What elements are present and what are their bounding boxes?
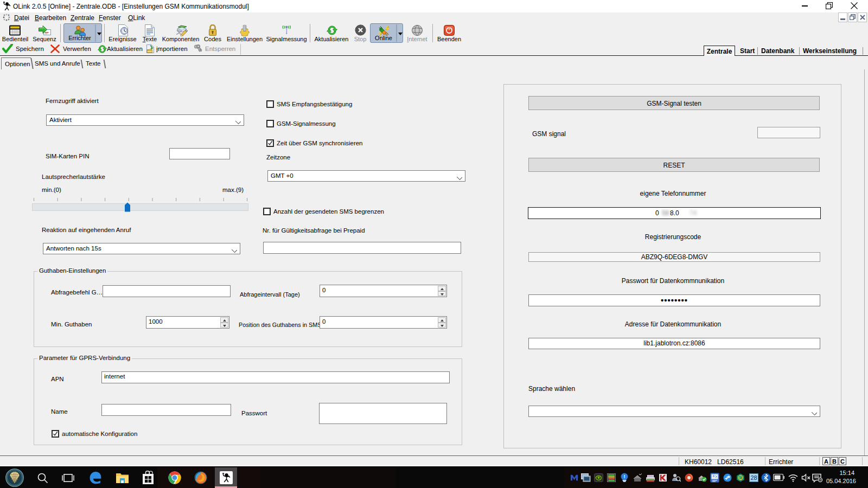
svg-text:!: ! <box>624 474 626 479</box>
svg-text:C: C <box>739 476 742 480</box>
